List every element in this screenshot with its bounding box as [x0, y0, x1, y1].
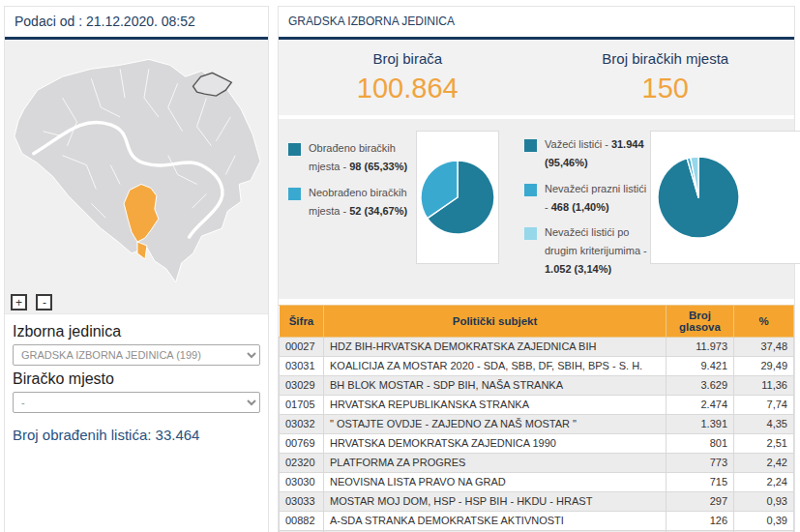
cell-subject: KOALICIJA ZA MOSTAR 2020 - SDA, SBB, DF,…: [324, 357, 667, 376]
table-header-row: Šifra Politički subjekt Broj glasova %: [280, 306, 794, 338]
cell-votes: 11.973: [667, 338, 734, 357]
stat-polling-stations-label: Broj biračkih mjesta: [537, 50, 795, 67]
map-svg: [5, 40, 268, 313]
table-row: 03033MOSTAR MOJ DOM, HSP - HSP BIH - HKD…: [280, 492, 794, 512]
cell-percent: 0,93: [734, 492, 794, 512]
cell-percent: 0,39: [734, 512, 794, 531]
table-row: 00027HDZ BIH-HRVATSKA DEMOKRATSKA ZAJEDN…: [280, 338, 794, 357]
cell-percent: 37,48: [734, 338, 794, 357]
processed-ballots-count: Broj obrađenih listića: 33.464: [13, 427, 260, 443]
biracko-mjesto-select[interactable]: -: [13, 392, 260, 413]
pie-group-polling-stations: Obrađeno biračkih mjesta - 98 (65,33%)Ne…: [288, 131, 499, 285]
cell-subject: NEOVISNA LISTA PRAVO NA GRAD: [324, 473, 667, 492]
cell-subject: HRVATSKA DEMOKRATSKA ZAJEDNICA 1990: [324, 434, 667, 454]
cell-votes: 801: [667, 434, 734, 454]
legend-label: Važeći listići - 31.944 (95,46%): [545, 135, 650, 171]
stats-strip: Broj birača 100.864 Broj biračkih mjesta…: [279, 40, 794, 115]
cell-code: 00027: [280, 338, 324, 357]
legend-label: Nevažeći prazni listići - 468 (1,40%): [545, 180, 650, 216]
pie-legend: Obrađeno biračkih mjesta - 98 (65,33%)Ne…: [288, 131, 416, 285]
stat-voters-label: Broj birača: [279, 50, 537, 67]
table-row: 03032" OSTAJTE OVDJE - ZAJEDNO ZA NAŠ MO…: [280, 415, 794, 434]
header-sifra: Šifra: [280, 306, 324, 338]
cell-code: 02320: [280, 454, 324, 473]
cell-votes: 126: [667, 512, 734, 531]
izborna-jedinica-select[interactable]: GRADSKA IZBORNA JEDINICA (199): [13, 344, 260, 366]
cell-votes: 3.629: [667, 376, 734, 396]
cell-code: 03030: [280, 473, 324, 492]
cell-votes: 1.391: [667, 415, 734, 434]
legend-color-swatch: [524, 184, 537, 196]
legend-item: Važeći listići - 31.944 (95,46%): [524, 135, 650, 171]
table-row: 03029BH BLOK MOSTAR - SDP BIH, NAŠA STRA…: [280, 376, 794, 396]
cell-subject: HDZ BIH-HRVATSKA DEMOKRATSKA ZAJEDNICA B…: [324, 338, 667, 357]
map-zoom-in-button[interactable]: +: [11, 294, 27, 310]
cell-votes: 297: [667, 492, 734, 512]
table-row: 03031KOALICIJA ZA MOSTAR 2020 - SDA, SBB…: [280, 357, 794, 376]
legend-item: Nevažeći listići po drugim kriterijumima…: [524, 223, 650, 278]
legend-label: Obrađeno biračkih mjesta - 98 (65,33%): [309, 139, 416, 175]
stat-polling-stations-value: 150: [537, 74, 795, 103]
legend-item: Nevažeći prazni listići - 468 (1,40%): [524, 180, 650, 216]
cell-subject: HRVATSKA REPUBLIKANSKA STRANKA: [324, 396, 667, 415]
cell-code: 03033: [280, 492, 324, 512]
table-row: 01705HRVATSKA REPUBLIKANSKA STRANKA2.474…: [280, 396, 794, 415]
legend-label: Neobrađeno biračkih mjesta - 52 (34,67%): [309, 184, 416, 220]
page-layout: Podaci od : 21.12.2020. 08:52: [0, 0, 800, 532]
legend-color-swatch: [288, 143, 301, 156]
right-panel: GRADSKA IZBORNA JEDINICA Broj birača 100…: [278, 6, 795, 532]
cell-code: 00769: [280, 434, 324, 454]
results-table-body: 00027HDZ BIH-HRVATSKA DEMOKRATSKA ZAJEDN…: [280, 338, 794, 532]
stat-voters-value: 100.864: [279, 74, 537, 103]
cell-subject: A-SDA STRANKA DEMOKRATSKE AKTIVNOSTI: [324, 512, 667, 531]
header-broj-glasova: Broj glasova: [667, 306, 734, 338]
legend-item: Neobrađeno biračkih mjesta - 52 (34,67%): [288, 184, 416, 220]
cell-percent: 7,74: [734, 396, 794, 415]
table-row: 03030NEOVISNA LISTA PRAVO NA GRAD7152,24: [280, 473, 794, 492]
cell-code: 03031: [280, 357, 324, 376]
izborna-jedinica-label: Izborna jedinica: [13, 323, 260, 340]
table-row: 00882A-SDA STRANKA DEMOKRATSKE AKTIVNOST…: [280, 512, 794, 531]
cell-code: 00882: [280, 512, 324, 531]
cell-votes: 9.421: [667, 357, 734, 376]
pie-chart: [657, 156, 740, 239]
cell-percent: 11,36: [734, 376, 794, 396]
results-table: Šifra Politički subjekt Broj glasova % 0…: [279, 305, 794, 532]
cell-votes: 715: [667, 473, 734, 492]
map-filters: Izborna jedinica GRADSKA IZBORNA JEDINIC…: [5, 314, 268, 455]
cell-votes: 2.474: [667, 396, 734, 415]
left-panel: Podaci od : 21.12.2020. 08:52: [4, 6, 269, 532]
cell-subject: " OSTAJTE OVDJE - ZAJEDNO ZA NAŠ MOSTAR …: [324, 415, 667, 434]
table-row: 00769HRVATSKA DEMOKRATSKA ZAJEDNICA 1990…: [280, 434, 794, 454]
cell-code: 03029: [280, 376, 324, 396]
table-row: 02320PLATFORMA ZA PROGRES7732,42: [280, 454, 794, 473]
map-zoom-out-button[interactable]: -: [36, 294, 52, 310]
legend-label: Nevažeći listići po drugim kriterijumima…: [545, 223, 650, 278]
biracko-mjesto-label: Biračko mjesto: [13, 370, 260, 388]
pie-group-ballots: Važeći listići - 31.944 (95,46%)Nevažeći…: [499, 131, 800, 285]
header-percent: %: [734, 306, 794, 338]
legend-color-swatch: [524, 227, 537, 240]
legend-item: Obrađeno biračkih mjesta - 98 (65,33%): [288, 139, 416, 175]
cell-subject: MOSTAR MOJ DOM, HSP - HSP BIH - HKDU - H…: [324, 492, 667, 512]
legend-color-swatch: [524, 139, 537, 152]
data-timestamp-header: Podaci od : 21.12.2020. 08:52: [5, 7, 268, 40]
cell-percent: 4,35: [734, 415, 794, 434]
cell-percent: 2,51: [734, 434, 794, 454]
cell-percent: 29,49: [734, 357, 794, 376]
bosnia-map[interactable]: + -: [5, 40, 268, 314]
cell-votes: 773: [667, 454, 734, 473]
cell-code: 03032: [280, 415, 324, 434]
cell-percent: 2,24: [734, 473, 794, 492]
pie-plot: [650, 131, 800, 264]
header-politicki-subjekt: Politički subjekt: [324, 306, 667, 338]
pie-legend: Važeći listići - 31.944 (95,46%)Nevažeći…: [524, 131, 650, 285]
map-zoom-controls: + -: [11, 293, 57, 311]
page-title: GRADSKA IZBORNA JEDINICA: [279, 7, 794, 40]
pie-plot: [416, 131, 499, 264]
stat-polling-stations: Broj biračkih mjesta 150: [537, 50, 795, 103]
cell-code: 01705: [280, 396, 324, 415]
stat-voters: Broj birača 100.864: [279, 50, 537, 103]
legend-color-swatch: [288, 188, 301, 200]
cell-subject: BH BLOK MOSTAR - SDP BIH, NAŠA STRANKA: [324, 376, 667, 396]
